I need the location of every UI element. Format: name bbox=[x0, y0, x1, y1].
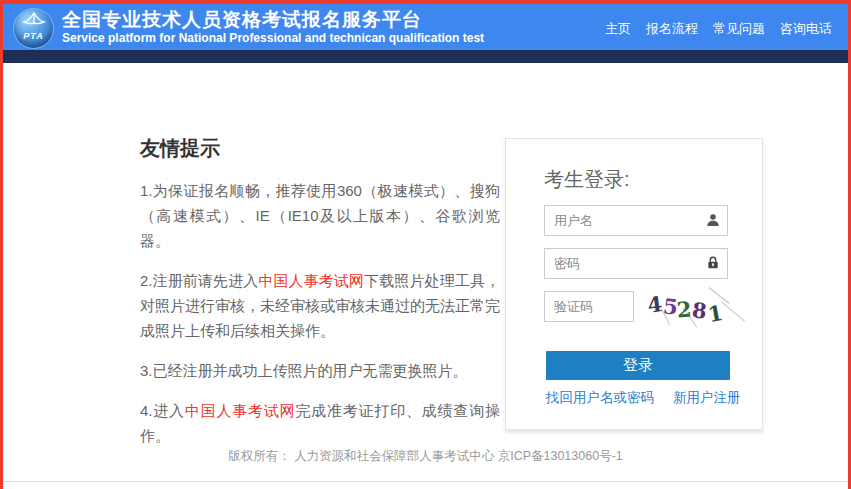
cpta-link[interactable]: 中国人事考试网 bbox=[185, 402, 296, 419]
user-icon bbox=[705, 212, 721, 228]
username-row bbox=[544, 205, 728, 236]
header: PTA 全国专业技术人员资格考试报名服务平台 Service platform … bbox=[3, 4, 848, 50]
tip-item: 3.已经注册并成功上传照片的用户无需更换照片。 bbox=[140, 358, 500, 383]
new-user-register-link[interactable]: 新用户注册 bbox=[673, 389, 741, 407]
footer: 版权所有： 人力资源和社会保障部人事考试中心 京ICP备13013060号-1 bbox=[3, 446, 848, 465]
nav-home-link[interactable]: 主页 bbox=[605, 20, 631, 38]
main-content: 友情提示 1.为保证报名顺畅，推荐使用360（极速模式）、搜狗（高速模式）、IE… bbox=[3, 63, 848, 426]
login-links: 找回用户名或密码 新用户注册 bbox=[546, 389, 762, 407]
tip-text: 1.为保证报名顺畅，推荐使用360（极速模式）、搜狗（高速模式）、IE（IE10… bbox=[140, 182, 500, 249]
tip-item: 4.进入中国人事考试网完成准考证打印、成绩查询操作。 bbox=[140, 398, 500, 448]
forgot-credentials-link[interactable]: 找回用户名或密码 bbox=[546, 389, 654, 407]
tips-section: 友情提示 1.为保证报名顺畅，推荐使用360（极速模式）、搜狗（高速模式）、IE… bbox=[140, 135, 500, 463]
lock-icon bbox=[705, 255, 721, 271]
copyright-text: 版权所有： 人力资源和社会保障部人事考试中心 京ICP备13013060号-1 bbox=[228, 449, 623, 463]
username-input[interactable] bbox=[544, 205, 728, 236]
captcha-input[interactable] bbox=[544, 291, 634, 322]
nav-process-link[interactable]: 报名流程 bbox=[646, 20, 698, 38]
captcha-image[interactable]: 4 5 2 8 1 bbox=[644, 289, 740, 327]
nav-faq-link[interactable]: 常见问题 bbox=[713, 20, 765, 38]
top-nav: 主页 报名流程 常见问题 咨询电话 bbox=[605, 20, 832, 38]
tip-item: 2.注册前请先进入中国人事考试网下载照片处理工具，对照片进行审核，未经审核或审核… bbox=[140, 268, 500, 343]
tip-item: 1.为保证报名顺畅，推荐使用360（极速模式）、搜狗（高速模式）、IE（IE10… bbox=[140, 178, 500, 253]
pta-logo-icon: PTA bbox=[13, 8, 54, 49]
nav-phone-link[interactable]: 咨询电话 bbox=[780, 20, 832, 38]
sub-header-bar bbox=[3, 50, 848, 63]
page: PTA 全国专业技术人员资格考试报名服务平台 Service platform … bbox=[0, 0, 851, 489]
tips-heading: 友情提示 bbox=[140, 135, 500, 162]
site-subtitle: Service platform for National Profession… bbox=[62, 31, 484, 46]
logo-text: PTA bbox=[14, 31, 53, 41]
captcha-digit: 1 bbox=[705, 300, 724, 327]
tip-text: 3.已经注册并成功上传照片的用户无需更换照片。 bbox=[140, 362, 468, 379]
cpta-link[interactable]: 中国人事考试网 bbox=[258, 272, 364, 289]
password-input[interactable] bbox=[544, 248, 728, 279]
lotus-icon bbox=[21, 12, 47, 32]
captcha-row: 4 5 2 8 1 bbox=[544, 291, 728, 322]
captcha-digits: 4 5 2 8 1 bbox=[644, 289, 740, 326]
tip-text: 4.进入 bbox=[140, 402, 185, 419]
login-button[interactable]: 登录 bbox=[546, 351, 730, 380]
header-titles: 全国专业技术人员资格考试报名服务平台 Service platform for … bbox=[62, 9, 484, 46]
login-title: 考生登录: bbox=[544, 166, 762, 193]
login-panel: 考生登录: bbox=[505, 138, 763, 430]
bottom-divider bbox=[3, 481, 848, 482]
password-row bbox=[544, 248, 728, 279]
site-title: 全国专业技术人员资格考试报名服务平台 bbox=[62, 9, 484, 31]
tip-text: 2.注册前请先进入 bbox=[140, 272, 258, 289]
